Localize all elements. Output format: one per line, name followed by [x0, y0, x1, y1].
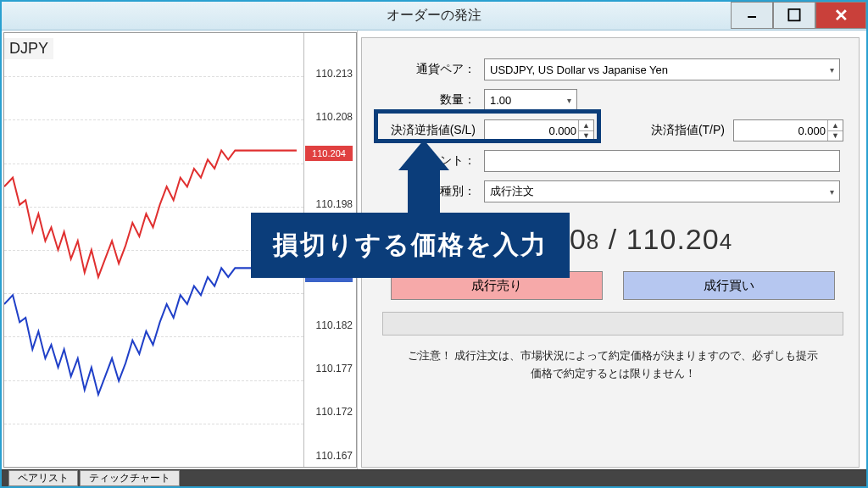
row-sl-tp: 決済逆指値(S/L) 0.000 ▲ ▼ 決済指値(T/P) 0.000 ▲ ▼ [382, 119, 843, 141]
buy-button[interactable]: 成行買い [623, 271, 835, 300]
close-button[interactable]: ✕ [815, 2, 866, 29]
ylabel: 110.167 [316, 450, 353, 462]
label-sl: 決済逆指値(S/L) [382, 123, 484, 138]
type-value: 成行注文 [490, 184, 534, 199]
comment-input[interactable] [484, 150, 840, 172]
ylabel: 110.208 [316, 111, 353, 123]
ylabel: 110.213 [316, 68, 353, 80]
tick-chart-svg [4, 33, 303, 467]
label-type: 注 種別： [382, 184, 484, 199]
label-qty: 数量： [382, 92, 484, 108]
caution-note: ご注意！ 成行注文は、市場状況によって約定価格が決まりますので、必ずしも提示 価… [382, 347, 843, 383]
label-pair: 通貨ペア： [382, 62, 484, 77]
tab-tickchart[interactable]: ティックチャート [80, 470, 180, 486]
qty-value: 1.00 [490, 94, 511, 107]
tp-wrap: 決済指値(T/P) 0.000 ▲ ▼ [643, 119, 843, 141]
row-type: 注 種別： 成行注文 ▾ [382, 180, 843, 202]
titlebar: オーダーの発注 – ☐ ✕ [2, 2, 866, 30]
maximize-button[interactable]: ☐ [773, 2, 815, 29]
spin-up-icon[interactable]: ▲ [828, 120, 843, 131]
chart-body: DJPY 110.213 110.208 110 [3, 32, 357, 468]
chart-yaxis: 110.213 110.208 110.204 110.198 110.193 … [303, 33, 356, 467]
sell-button[interactable]: 成行売り [391, 271, 603, 300]
status-bar [382, 312, 843, 336]
note-line1: ご注意！ 成行注文は、市場状況によって約定価格が決まりますので、必ずしも提示 [389, 347, 837, 365]
ylabel: 110.193 [316, 241, 353, 253]
chevron-down-icon: ▾ [567, 96, 571, 105]
ylabel: 110.198 [316, 198, 353, 210]
bottom-strip: ペアリスト ティックチャート [2, 469, 866, 486]
spin-up-icon[interactable]: ▲ [579, 120, 593, 131]
ask-line [4, 151, 297, 277]
chart-pane: DJPY 110.213 110.208 110 [2, 30, 358, 469]
ask-small: 4 [720, 229, 732, 254]
window-controls: – ☐ ✕ [731, 2, 866, 30]
note-line2: 価格で約定するとは限りません！ [389, 365, 837, 383]
bid-big: 110.10 [493, 223, 587, 255]
qty-select[interactable]: 1.00 ▾ [484, 89, 577, 111]
sl-spinner[interactable]: ▲ ▼ [578, 120, 593, 141]
ylabel: 110.172 [316, 406, 353, 418]
minimize-button[interactable]: – [731, 2, 773, 29]
quote-row: 110.108 / 110.204 [382, 223, 843, 256]
chevron-down-icon: ▾ [830, 65, 834, 75]
quote-sep: / [599, 223, 626, 255]
ylabel: 110.182 [316, 319, 353, 331]
bid-price-badge: 110.188 [305, 267, 353, 282]
tp-value: 0.000 [798, 125, 826, 137]
order-type-select[interactable]: 成行注文 ▾ [484, 180, 840, 202]
pair-select[interactable]: USDJPY, US Dollar vs Japanise Yen ▾ [484, 58, 840, 80]
tab-pairlist[interactable]: ペアリスト [8, 470, 78, 486]
tp-input[interactable]: 0.000 ▲ ▼ [733, 119, 843, 141]
bid-small: 8 [587, 229, 599, 254]
chevron-down-icon: ▾ [830, 187, 834, 197]
row-comment: メント： [382, 150, 843, 172]
spin-down-icon[interactable]: ▼ [828, 131, 843, 141]
sl-input[interactable]: 0.000 ▲ ▼ [484, 119, 594, 141]
ask-big: 110.20 [626, 223, 720, 255]
bid-line [4, 268, 297, 394]
action-row: 成行売り 成行買い [382, 271, 843, 300]
spin-down-icon[interactable]: ▼ [579, 131, 593, 141]
main-area: DJPY 110.213 110.208 110 [2, 30, 866, 469]
pair-value: USDJPY, US Dollar vs Japanise Yen [490, 64, 668, 76]
window-title: オーダーの発注 [387, 7, 481, 25]
row-qty: 数量： 1.00 ▾ [382, 89, 843, 111]
label-tp: 決済指値(T/P) [643, 123, 733, 138]
ylabel: 110.177 [316, 363, 353, 374]
tp-spinner[interactable]: ▲ ▼ [827, 120, 843, 141]
ask-price-badge: 110.204 [305, 146, 353, 161]
label-comment: メント： [382, 153, 484, 169]
sl-value: 0.000 [548, 125, 576, 137]
order-form-pane: 通貨ペア： USDJPY, US Dollar vs Japanise Yen … [361, 37, 860, 468]
row-pair: 通貨ペア： USDJPY, US Dollar vs Japanise Yen … [382, 58, 843, 80]
